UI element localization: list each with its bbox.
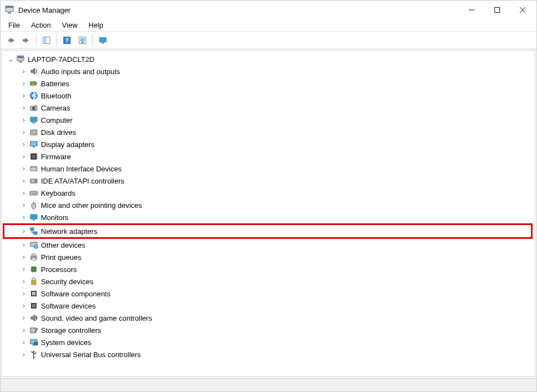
expander-icon[interactable] [20,351,28,358]
svg-rect-50 [34,167,35,168]
expander-icon[interactable] [20,290,28,297]
expander-icon[interactable] [20,241,28,249]
monitor-toolbar-icon [98,36,107,45]
tree-item-label: System devices [41,338,91,347]
tree-item[interactable]: System devices [4,336,533,348]
tree-item[interactable]: Print queues [4,251,533,263]
menu-view[interactable]: View [58,20,82,30]
softdev-icon [29,301,39,311]
svg-rect-49 [33,167,34,168]
show-hide-tree-button[interactable] [39,33,54,48]
svg-text:?: ? [35,245,37,249]
tree-item[interactable]: Universal Serial Bus controllers [4,348,533,360]
tree-item[interactable]: Software devices [4,300,533,312]
back-button[interactable] [3,33,18,48]
security-icon [29,276,39,286]
expander-icon[interactable] [20,177,28,185]
close-button[interactable] [510,2,535,18]
svg-rect-57 [31,192,32,194]
tree-item-label: IDE ATA/ATAPI controllers [41,177,124,185]
tree-item[interactable]: Firmware [4,150,533,163]
expander-icon[interactable] [20,302,28,310]
statusbar [1,378,536,391]
scan-button[interactable] [75,33,90,48]
expander-icon[interactable] [20,227,28,235]
svg-text:?: ? [65,37,69,44]
menu-action[interactable]: Action [27,20,55,30]
svg-rect-62 [32,194,36,195]
menu-file[interactable]: File [4,20,24,30]
tree-item[interactable]: Security devices [4,275,533,288]
tree-item-label: Storage controllers [41,326,101,334]
app-icon [5,6,14,14]
tree-item[interactable]: Bluetooth [4,90,533,102]
expander-icon[interactable] [20,92,28,100]
minimize-button[interactable] [459,2,484,18]
expander-icon[interactable] [20,338,28,346]
expander-icon[interactable] [20,201,28,209]
tree-item[interactable]: Display adapters [4,138,533,150]
expander-icon[interactable] [7,55,14,63]
svg-rect-31 [30,117,37,122]
expander-icon[interactable] [20,116,28,124]
scan-icon [78,36,87,45]
expander-icon[interactable] [20,253,28,261]
svg-rect-100 [32,352,33,353]
sound-icon [29,313,39,323]
tree-item[interactable]: Computer [4,114,533,126]
expander-icon[interactable] [20,67,28,75]
tree-item[interactable]: Sound, video and game controllers [4,312,533,324]
tree-item[interactable]: Keyboards [4,187,533,199]
tree-item-label: Batteries [41,80,69,88]
expander-icon[interactable] [20,213,28,221]
tree-item[interactable]: IDE ATA/ATAPI controllers [4,175,533,187]
tree-item[interactable]: Human Interface Devices [4,163,533,175]
tree-item[interactable]: Audio inputs and outputs [4,65,533,77]
tree-item[interactable]: Monitors [4,211,533,223]
maximize-button[interactable] [484,2,510,18]
expander-icon[interactable] [20,189,28,197]
help-button[interactable]: ? [60,33,74,48]
svg-point-29 [33,108,35,109]
monitor-toolbar-button[interactable] [96,33,110,48]
expander-icon[interactable] [20,165,28,173]
tree-item[interactable]: Storage controllers [4,324,533,336]
forward-button[interactable] [19,33,33,48]
network-icon [29,226,39,236]
expander-icon[interactable] [20,140,28,148]
battery-icon [29,79,39,88]
expander-icon[interactable] [20,326,28,334]
expander-icon[interactable] [20,128,28,136]
tree-item[interactable]: Software components [4,288,533,300]
tree-item-label: Universal Serial Bus controllers [41,351,141,359]
storage-icon [29,325,39,335]
svg-rect-37 [31,142,37,145]
tree-item[interactable]: Mice and other pointing devices [4,199,533,211]
tree-root[interactable]: LAPTOP-7ADCLT2D [4,53,533,65]
tree-item-label: Software components [41,290,111,298]
expander-icon[interactable] [20,265,28,273]
tree-item[interactable]: Cameras [4,102,533,114]
tree-item-label: Computer [41,116,72,124]
tree-item[interactable]: Processors [4,263,533,275]
svg-rect-58 [32,192,33,194]
menu-help[interactable]: Help [84,20,108,30]
svg-rect-67 [30,228,34,231]
expander-icon[interactable] [20,104,28,112]
minimize-icon [469,7,475,13]
svg-rect-91 [32,304,35,307]
expander-icon[interactable] [20,278,28,285]
tree-item[interactable]: Batteries [4,77,533,90]
expander-icon[interactable] [20,153,28,160]
expander-icon[interactable] [20,314,28,322]
close-icon [520,7,525,13]
tree-item[interactable]: ?Other devices [4,239,533,251]
tree-item[interactable]: Network adapters [4,225,531,237]
expander-icon[interactable] [20,80,28,87]
window-title: Device Manager [18,6,459,14]
tree-item[interactable]: Disk drives [4,126,533,138]
device-tree: LAPTOP-7ADCLT2D Audio inputs and outputs… [4,53,533,360]
svg-rect-66 [33,219,35,221]
svg-point-25 [32,84,34,86]
tree-item-label: Other devices [41,241,85,249]
